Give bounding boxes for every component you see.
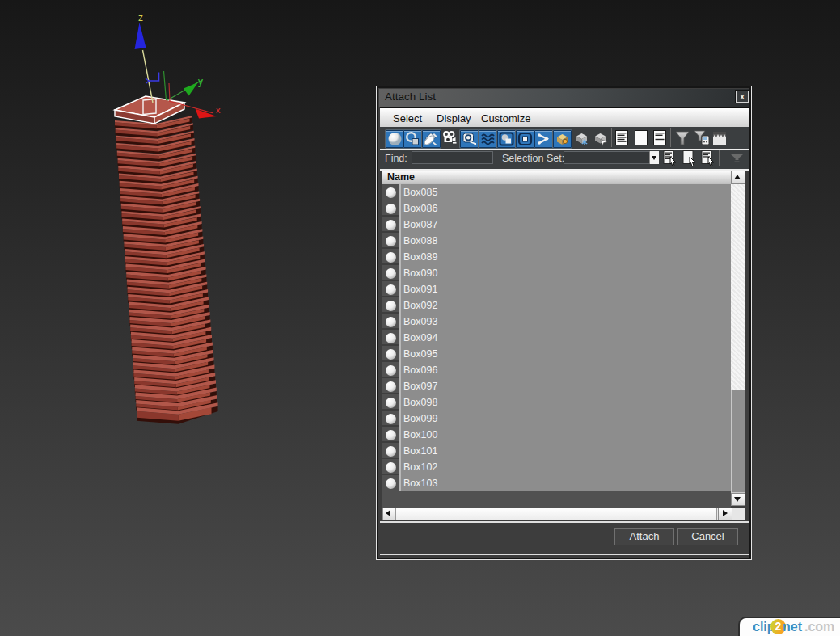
svg-text:x: x [216,105,221,115]
svg-text:y: y [198,76,203,87]
svg-text:z: z [138,12,143,23]
